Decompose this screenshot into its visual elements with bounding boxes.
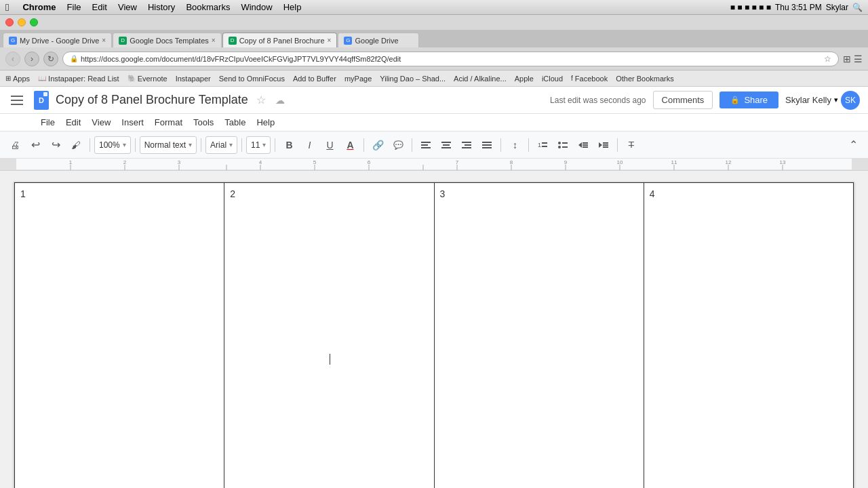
panel-3[interactable]: 3 xyxy=(434,183,644,489)
gdocs-container: D Copy of 8 Panel Brochure Template ☆ ☁ … xyxy=(0,87,868,488)
tab-brochure[interactable]: D Copy of 8 Panel Brochure × xyxy=(222,33,338,47)
bookmark-yiling[interactable]: Yiling Dao – Shad... xyxy=(380,75,446,83)
indent-increase-button[interactable] xyxy=(594,136,613,155)
forward-button[interactable]: › xyxy=(24,52,39,66)
font-arrow-icon: ▾ xyxy=(229,141,233,148)
menubar-edit[interactable]: Edit xyxy=(92,2,107,12)
svg-text:10: 10 xyxy=(617,159,623,165)
user-name[interactable]: Skylar Kelly xyxy=(785,95,831,105)
menubar-view[interactable]: View xyxy=(118,2,137,12)
bookmark-acid[interactable]: Acid / Alkaline... xyxy=(454,75,507,83)
link-button[interactable]: 🔗 xyxy=(368,136,387,155)
toolbar-collapse-button[interactable]: ⌃ xyxy=(844,136,863,155)
menubar-icons: ■ ■ ■ ■ ■ ■ xyxy=(730,3,771,12)
menubar-chrome[interactable]: Chrome xyxy=(22,2,56,12)
font-dropdown[interactable]: Arial ▾ xyxy=(205,136,237,154)
indent-decrease-button[interactable] xyxy=(574,136,593,155)
tab-templates[interactable]: D Google Docs Templates × xyxy=(113,33,221,47)
hamburger-menu[interactable] xyxy=(8,91,27,110)
bookmark-apple[interactable]: Apple xyxy=(515,75,534,83)
docs-menu-help[interactable]: Help xyxy=(256,117,275,127)
menubar-history[interactable]: History xyxy=(148,2,175,12)
tab-bar: G My Drive - Google Drive × D Google Doc… xyxy=(0,30,868,47)
window-close[interactable] xyxy=(5,18,14,26)
menubar-help[interactable]: Help xyxy=(283,2,302,12)
extensions-icon[interactable]: ⊞ xyxy=(843,54,851,64)
apple-menu[interactable]:  xyxy=(5,1,9,13)
bullet-list-button[interactable] xyxy=(553,136,572,155)
back-button[interactable]: ‹ xyxy=(5,52,20,66)
user-avatar[interactable]: SK xyxy=(841,91,860,110)
docs-menu-table[interactable]: Table xyxy=(224,117,245,127)
tab-close-2[interactable]: × xyxy=(212,37,216,44)
user-dropdown-arrow[interactable]: ▾ xyxy=(834,96,838,104)
numbered-list-button[interactable]: 1. xyxy=(533,136,552,155)
bookmark-mypage[interactable]: myPage xyxy=(344,75,372,83)
settings-icon[interactable]: ☰ xyxy=(854,54,863,64)
address-right-icons: ☆ xyxy=(824,54,831,64)
comment-button[interactable]: 💬 xyxy=(389,136,408,155)
address-bar[interactable]: 🔒 https://docs.google.com/document/d/18v… xyxy=(62,52,839,66)
doc-title: Copy of 8 Panel Brochure Template xyxy=(56,93,248,107)
bookmark-icloud[interactable]: iCloud xyxy=(542,75,563,83)
align-right-button[interactable] xyxy=(457,136,476,155)
align-center-button[interactable] xyxy=(437,136,456,155)
tab-my-drive[interactable]: G My Drive - Google Drive × xyxy=(3,33,112,47)
bookmark-apps[interactable]: ⊞ Apps xyxy=(5,75,30,83)
tab-close-1[interactable]: × xyxy=(102,37,106,44)
docs-menu-edit[interactable]: Edit xyxy=(66,117,81,127)
panel-4[interactable]: 4 xyxy=(644,183,853,489)
svg-text:5: 5 xyxy=(313,159,317,165)
share-button[interactable]: 🔒 Share xyxy=(719,92,778,108)
comments-button[interactable]: Comments xyxy=(653,91,713,109)
bookmark-instapaper-read[interactable]: 📖 Instapaper: Read List xyxy=(38,75,119,83)
italic-button[interactable]: I xyxy=(300,136,319,155)
docs-menu-insert[interactable]: Insert xyxy=(121,117,144,127)
docs-menu-view[interactable]: View xyxy=(92,117,111,127)
menubar-bookmarks[interactable]: Bookmarks xyxy=(186,2,230,12)
underline-button[interactable]: U xyxy=(320,136,339,155)
bookmark-buffer[interactable]: Add to Buffer xyxy=(293,75,336,83)
panel-1[interactable]: 1 xyxy=(15,183,224,489)
bookmark-omnifocus[interactable]: Send to OmniFocus xyxy=(219,75,285,83)
svg-rect-18 xyxy=(562,146,568,148)
docs-menu-format[interactable]: Format xyxy=(155,117,182,127)
window-maximize[interactable] xyxy=(30,18,38,26)
bookmark-instapaper[interactable]: Instapaper xyxy=(176,75,211,83)
menubar-window[interactable]: Window xyxy=(241,2,272,12)
menubar-search[interactable]: 🔍 xyxy=(852,3,863,12)
undo-button[interactable]: ↩ xyxy=(26,136,45,155)
bookmark-other[interactable]: Other Bookmarks xyxy=(616,75,674,83)
doc-area[interactable]: 1 2 3 4 xyxy=(0,171,868,488)
toolbar-sep-6 xyxy=(363,138,364,152)
window-minimize[interactable] xyxy=(18,18,26,26)
fontsize-dropdown[interactable]: 11 ▾ xyxy=(246,136,271,154)
panel-2[interactable]: 2 xyxy=(224,183,434,489)
zoom-dropdown[interactable]: 100% ▾ xyxy=(94,136,131,154)
print-button[interactable]: 🖨 xyxy=(5,136,24,155)
align-left-button[interactable] xyxy=(416,136,435,155)
star-icon[interactable]: ☆ xyxy=(824,54,831,64)
doc-star-icon[interactable]: ☆ xyxy=(256,94,266,106)
redo-button[interactable]: ↪ xyxy=(46,136,65,155)
docs-menu-file[interactable]: File xyxy=(41,117,55,127)
ruler-svg: 1 2 3 4 5 6 7 xyxy=(16,159,852,170)
ruler-marks[interactable]: 1 2 3 4 5 6 7 xyxy=(16,159,852,170)
line-spacing-button[interactable]: ↕ xyxy=(505,136,524,155)
tab-google-drive[interactable]: G Google Drive xyxy=(338,33,419,47)
bookmark-evernote[interactable]: 🐘 Evernote xyxy=(127,75,167,83)
refresh-button[interactable]: ↻ xyxy=(43,52,58,66)
ruler-right-margin xyxy=(852,159,868,170)
tab-close-3[interactable]: × xyxy=(328,37,332,44)
text-color-button[interactable]: A xyxy=(340,136,359,155)
bookmark-facebook[interactable]: f Facebook xyxy=(571,75,608,83)
docs-logo: D xyxy=(34,91,49,110)
paint-format-button[interactable]: 🖌 xyxy=(66,136,85,155)
bold-button[interactable]: B xyxy=(279,136,298,155)
docs-menu-tools[interactable]: Tools xyxy=(193,117,214,127)
style-dropdown[interactable]: Normal text ▾ xyxy=(140,136,197,154)
menubar-file[interactable]: File xyxy=(67,2,81,12)
justify-button[interactable] xyxy=(477,136,496,155)
toolbar-sep-4 xyxy=(241,138,242,152)
clear-format-button[interactable]: T̶ xyxy=(622,136,641,155)
